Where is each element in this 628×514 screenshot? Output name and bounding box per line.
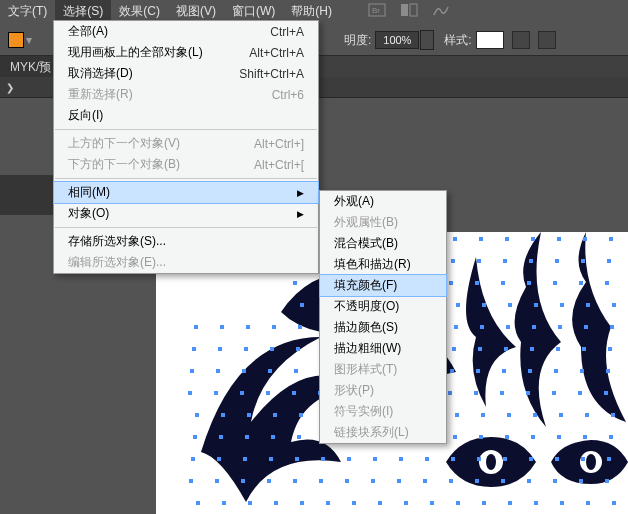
- same-submenu-item: 外观属性(B): [320, 212, 446, 233]
- menu-item-shortcut: Ctrl+6: [272, 88, 304, 102]
- opacity-value[interactable]: 100%: [375, 31, 419, 49]
- menu-item-label: 不透明度(O): [334, 298, 484, 315]
- menu-effect[interactable]: 效果(C): [111, 0, 168, 20]
- select-menu-item[interactable]: 取消选择(D)Shift+Ctrl+A: [54, 63, 318, 84]
- select-menu-item[interactable]: 现用画板上的全部对象(L)Alt+Ctrl+A: [54, 42, 318, 63]
- svg-text:Br: Br: [372, 6, 380, 15]
- menu-text[interactable]: 文字(T): [0, 0, 55, 20]
- menu-item-label: 填色和描边(R): [334, 256, 484, 273]
- same-submenu-item: 形状(P): [320, 380, 446, 401]
- menu-item-label: 外观(A): [334, 193, 484, 210]
- menu-item-label: 取消选择(D): [68, 65, 218, 82]
- gpu-perf-icon[interactable]: [432, 3, 450, 17]
- menu-item-shortcut: Alt+Ctrl+A: [249, 46, 304, 60]
- menu-item-label: 符号实例(I): [334, 403, 484, 420]
- style-group: 样式:: [444, 31, 555, 49]
- menu-item-label: 现用画板上的全部对象(L): [68, 44, 218, 61]
- fill-swatch[interactable]: [8, 32, 24, 48]
- menu-item-label: 上方的下一个对象(V): [68, 135, 218, 152]
- menu-item-label: 对象(O): [68, 205, 218, 222]
- menu-item-label: 相同(M): [68, 184, 218, 201]
- select-menu-separator: [55, 178, 317, 179]
- menu-item-label: 外观属性(B): [334, 214, 484, 231]
- menu-item-label: 描边粗细(W): [334, 340, 484, 357]
- same-submenu: 外观(A)外观属性(B)混合模式(B)填色和描边(R)填充颜色(F)不透明度(O…: [319, 190, 447, 444]
- select-menu-item: 重新选择(R)Ctrl+6: [54, 84, 318, 105]
- menu-item-label: 描边颜色(S): [334, 319, 484, 336]
- menu-item-shortcut: Alt+Ctrl+[: [254, 158, 304, 172]
- same-submenu-item[interactable]: 填充颜色(F): [320, 275, 446, 296]
- menu-item-label: 混合模式(B): [334, 235, 484, 252]
- breadcrumb-arrow: ❯: [6, 82, 14, 93]
- select-menu-item[interactable]: 对象(O): [54, 203, 318, 224]
- svg-rect-2: [401, 4, 408, 16]
- select-menu-separator: [55, 227, 317, 228]
- menu-bar: 文字(T) 选择(S) 效果(C) 视图(V) 窗口(W) 帮助(H) Br: [0, 0, 628, 20]
- same-submenu-item[interactable]: 不透明度(O): [320, 296, 446, 317]
- select-menu-item[interactable]: 相同(M): [54, 182, 318, 203]
- menu-item-label: 链接块系列(L): [334, 424, 484, 441]
- select-menu-item[interactable]: 全部(A)Ctrl+A: [54, 21, 318, 42]
- style-extra-1[interactable]: [512, 31, 530, 49]
- menu-item-label: 全部(A): [68, 23, 218, 40]
- menu-item-label: 反向(I): [68, 107, 218, 124]
- opacity-stepper[interactable]: [420, 30, 434, 50]
- same-submenu-item[interactable]: 混合模式(B): [320, 233, 446, 254]
- select-menu-dropdown: 全部(A)Ctrl+A现用画板上的全部对象(L)Alt+Ctrl+A取消选择(D…: [53, 20, 319, 274]
- menu-item-label: 形状(P): [334, 382, 484, 399]
- menu-item-label: 存储所选对象(S)...: [68, 233, 218, 250]
- menu-item-label: 编辑所选对象(E)...: [68, 254, 218, 271]
- menu-item-shortcut: Ctrl+A: [270, 25, 304, 39]
- menu-item-label: 填充颜色(F): [334, 277, 484, 294]
- svg-rect-3: [410, 4, 417, 16]
- opacity-label: 明度:: [344, 32, 371, 49]
- menu-item-label: 图形样式(T): [334, 361, 484, 378]
- select-menu-item: 下方的下一个对象(B)Alt+Ctrl+[: [54, 154, 318, 175]
- select-menu-item: 编辑所选对象(E)...: [54, 252, 318, 273]
- menu-item-label: 重新选择(R): [68, 86, 218, 103]
- style-extra-2[interactable]: [538, 31, 556, 49]
- same-submenu-item[interactable]: 填色和描边(R): [320, 254, 446, 275]
- menubar-icon-group: Br: [368, 0, 450, 20]
- opacity-field[interactable]: 明度: 100%: [344, 30, 434, 50]
- same-submenu-item: 图形样式(T): [320, 359, 446, 380]
- menu-item-label: 下方的下一个对象(B): [68, 156, 218, 173]
- select-menu-item[interactable]: 存储所选对象(S)...: [54, 231, 318, 252]
- style-swatch[interactable]: [476, 31, 504, 49]
- same-submenu-item[interactable]: 描边颜色(S): [320, 317, 446, 338]
- menu-item-shortcut: Shift+Ctrl+A: [239, 67, 304, 81]
- same-submenu-item: 链接块系列(L): [320, 422, 446, 443]
- menu-item-shortcut: Alt+Ctrl+]: [254, 137, 304, 151]
- bridge-icon[interactable]: Br: [368, 3, 386, 17]
- menu-help[interactable]: 帮助(H): [283, 0, 340, 20]
- same-submenu-item[interactable]: 外观(A): [320, 191, 446, 212]
- menu-window[interactable]: 窗口(W): [224, 0, 283, 20]
- style-label: 样式:: [444, 32, 471, 49]
- menu-select[interactable]: 选择(S): [55, 0, 111, 20]
- select-menu-item: 上方的下一个对象(V)Alt+Ctrl+]: [54, 133, 318, 154]
- menu-view[interactable]: 视图(V): [168, 0, 224, 20]
- same-submenu-item: 符号实例(I): [320, 401, 446, 422]
- select-menu-separator: [55, 129, 317, 130]
- same-submenu-item[interactable]: 描边粗细(W): [320, 338, 446, 359]
- select-menu-item[interactable]: 反向(I): [54, 105, 318, 126]
- arrange-docs-icon[interactable]: [400, 3, 418, 17]
